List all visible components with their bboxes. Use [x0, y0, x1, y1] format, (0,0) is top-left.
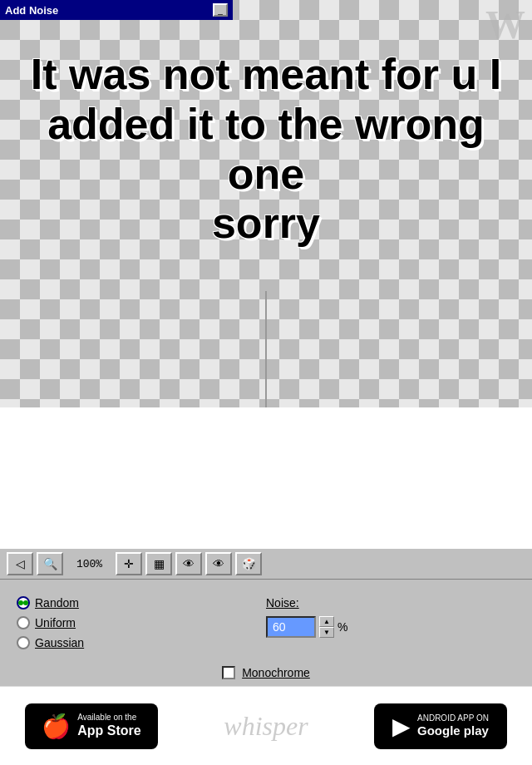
app-store-text: Available on the App Store	[77, 713, 140, 738]
google-play-badge[interactable]: ▶ ANDROID APP ON Google play	[374, 703, 507, 749]
dialog-window: ◁ 🔍 100% ✛ ▦ 👁 👁 🎲 Random	[0, 549, 532, 686]
radio-random-label: Random	[35, 596, 79, 610]
whisper-logo: whisper	[224, 711, 308, 742]
toolbar-btn-left[interactable]: ◁	[7, 552, 33, 575]
google-play-line2: Google play	[417, 723, 489, 738]
message-line3: sorry	[212, 199, 320, 247]
radio-random-circle	[17, 596, 30, 610]
zoom-btn[interactable]: 🔍	[37, 552, 63, 575]
dialog-title-text: Add Noise	[5, 4, 211, 17]
view-btn-3[interactable]: 👁	[205, 552, 232, 575]
app-store-line1: Available on the	[77, 713, 140, 723]
message-line2: added it to the wrong one	[47, 100, 485, 198]
distribution-radio-group: Random Uniform Gaussian	[17, 596, 233, 649]
message-overlay: It was not meant for u I added it to the…	[0, 33, 532, 265]
preview-divider	[265, 291, 267, 407]
apple-icon: 🍎	[42, 713, 71, 740]
view-btn-4[interactable]: 🎲	[235, 552, 262, 575]
spin-buttons: ▲ ▼	[319, 616, 334, 638]
watermark-w: W	[479, 0, 532, 49]
radio-random[interactable]: Random	[17, 596, 233, 610]
dialog-controls: Random Uniform Gaussian	[0, 580, 532, 659]
app-store-line2: App Store	[77, 723, 140, 738]
noise-input[interactable]	[266, 616, 316, 638]
minimize-button[interactable]: _	[213, 3, 228, 17]
bottom-bar: 🍎 Available on the App Store whisper ▶ A…	[0, 686, 532, 765]
noise-label: Noise:	[266, 596, 515, 610]
google-play-line1: ANDROID APP ON	[417, 713, 489, 723]
move-btn[interactable]: ✛	[116, 552, 142, 575]
spin-up-button[interactable]: ▲	[319, 616, 334, 627]
message-text: It was not meant for u I added it to the…	[8, 50, 524, 249]
noise-input-row: ▲ ▼ %	[266, 616, 515, 638]
radio-gaussian[interactable]: Gaussian	[17, 636, 233, 649]
spin-down-button[interactable]: ▼	[319, 627, 334, 638]
radio-gaussian-circle	[17, 636, 30, 649]
google-play-icon: ▶	[392, 713, 411, 740]
radio-gaussian-label: Gaussian	[35, 636, 84, 649]
monochrome-row: Monochrome	[0, 659, 532, 686]
monochrome-checkbox[interactable]	[222, 666, 235, 679]
view-btn-1[interactable]: ▦	[145, 552, 172, 575]
noise-controls: Noise: ▲ ▼ %	[233, 590, 515, 649]
app-store-badge[interactable]: 🍎 Available on the App Store	[25, 703, 158, 749]
radio-group-container: Random Uniform Gaussian	[17, 590, 233, 649]
radio-uniform-label: Uniform	[35, 616, 76, 629]
toolbar-row: ◁ 🔍 100% ✛ ▦ 👁 👁 🎲	[0, 549, 532, 580]
google-play-text: ANDROID APP ON Google play	[417, 713, 489, 738]
radio-uniform-circle	[17, 616, 30, 629]
monochrome-label: Monochrome	[242, 666, 310, 679]
zoom-value: 100%	[66, 556, 112, 572]
dialog-title-bar: Add Noise _	[0, 0, 233, 20]
view-btn-2[interactable]: 👁	[175, 552, 202, 575]
message-line1: It was not meant for u I	[31, 50, 501, 98]
percent-label: %	[337, 620, 347, 634]
radio-uniform[interactable]: Uniform	[17, 616, 233, 629]
